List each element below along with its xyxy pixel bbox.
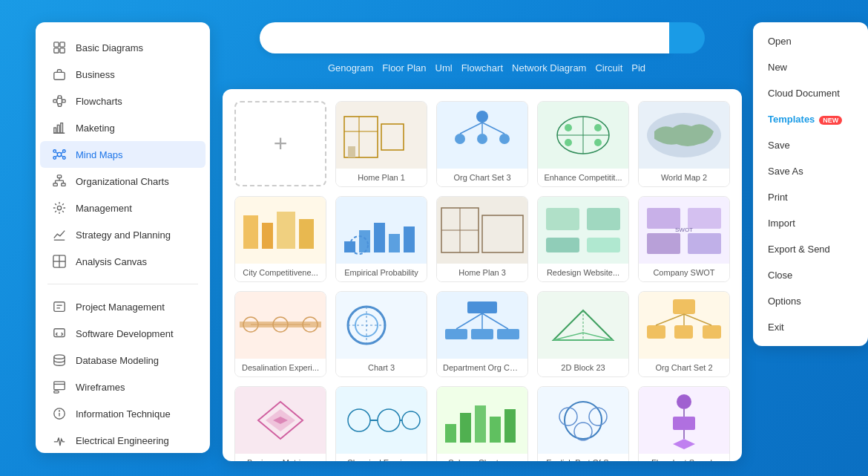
svg-rect-7 (58, 104, 62, 107)
trending-tag-circuit[interactable]: Circuit (595, 62, 622, 74)
template-card-empirical[interactable]: Empirical Probability (335, 196, 427, 282)
template-card-world-map-2[interactable]: World Map 2 (638, 101, 730, 187)
template-card-dept-org-chart[interactable]: Department Org Chart (436, 291, 528, 377)
template-card-flowchart-sample[interactable]: Flowchart Sample (638, 386, 730, 461)
new-badge: NEW (819, 116, 842, 125)
right-panel-export-send[interactable]: Export & Send (753, 236, 868, 262)
sidebar-item-maketing[interactable]: Maketing (40, 114, 206, 141)
template-card-column-chart[interactable]: Column Chart an... (436, 386, 528, 461)
svg-rect-45 (54, 391, 59, 393)
sidebar-item-electrical[interactable]: Electrical Engineering (40, 427, 206, 453)
svg-point-67 (477, 134, 487, 144)
svg-point-77 (594, 124, 602, 131)
sidebar-item-business[interactable]: Business (40, 61, 206, 88)
template-card-home-plan-3[interactable]: Home Plan 3 (436, 196, 528, 282)
template-thumb-enhance-competit (538, 102, 628, 169)
template-thumb-chart-3 (336, 292, 427, 359)
svg-rect-0 (54, 42, 59, 47)
sidebar-item-org-charts[interactable]: Organizational Charts (40, 168, 206, 195)
trending-tag-uml[interactable]: Uml (435, 62, 453, 74)
template-card-english-part[interactable]: English Part Of Sp... (537, 386, 629, 461)
svg-rect-15 (61, 123, 63, 134)
trending-tag-floor-plan[interactable]: Floor Plan (382, 62, 426, 74)
svg-point-21 (63, 157, 66, 160)
electrical-icon (52, 433, 67, 448)
right-panel-open[interactable]: Open (753, 28, 868, 54)
template-label-home-plan-3: Home Plan 3 (437, 264, 527, 281)
right-panel-new[interactable]: New (753, 54, 868, 80)
right-panel-options[interactable]: Options (753, 288, 868, 314)
right-panel-save-as[interactable]: Save As (753, 158, 868, 184)
svg-rect-6 (58, 96, 62, 99)
template-card-desalination[interactable]: Desalination Experi... (234, 291, 326, 377)
trending-tag-pid[interactable]: Pid (631, 62, 645, 74)
template-card-enhance-competit[interactable]: Enhance Competitit... (537, 101, 629, 187)
sidebar-label-flowcharts: Flowcharts (76, 96, 122, 107)
right-panel-cloud-doc[interactable]: Cloud Document (753, 80, 868, 106)
template-thumb-redesign-website (538, 197, 628, 264)
svg-point-78 (565, 139, 572, 146)
template-label-city-competitive: City Competitivene... (235, 264, 326, 281)
svg-rect-137 (674, 325, 693, 339)
sidebar-label-electrical: Electrical Engineering (76, 435, 169, 446)
right-panel-templates[interactable]: TemplatesNEW (753, 106, 868, 132)
sidebar-item-database[interactable]: Database Modeling (40, 347, 206, 374)
sidebar-item-info-tech[interactable]: Information Technique (40, 400, 206, 427)
right-panel-exit[interactable]: Exit (753, 314, 868, 340)
template-card-city-competitive[interactable]: City Competitivene... (234, 196, 326, 282)
sidebar-label-info-tech: Information Technique (76, 408, 171, 420)
search-input[interactable] (260, 22, 669, 53)
sidebar-item-project-mgmt[interactable]: Project Management (40, 293, 206, 320)
sidebar-item-software-dev[interactable]: Software Development (40, 320, 206, 347)
trending-tag-genogram[interactable]: Genogram (328, 62, 373, 74)
search-button[interactable] (669, 22, 705, 53)
template-thumb-2d-block-23 (538, 292, 628, 359)
template-label-desalination: Desalination Experi... (235, 359, 326, 376)
svg-line-12 (62, 101, 62, 105)
sidebar-item-wireframes[interactable]: Wireframes (40, 374, 206, 400)
svg-point-17 (57, 152, 61, 156)
template-card-company-swot[interactable]: SWOTCompany SWOT (638, 196, 730, 282)
add-new-card[interactable]: + (234, 101, 326, 186)
sidebar-label-org-charts: Organizational Charts (76, 176, 169, 187)
sidebar-top-section: Basic Diagrams Business Flowcharts Maket… (36, 31, 210, 278)
right-panel-print[interactable]: Print (753, 184, 868, 210)
template-thumb-city-competitive (235, 197, 326, 264)
svg-point-19 (63, 150, 66, 153)
trending-tag-network-diagram[interactable]: Network Diagram (512, 62, 586, 74)
svg-rect-106 (688, 208, 721, 229)
sidebar-item-management[interactable]: Management (40, 195, 206, 221)
template-thumb-flowchart-sample (639, 387, 729, 454)
right-panel-import[interactable]: Import (753, 210, 868, 236)
template-card-chemical-exp[interactable]: Chemical Exprim... (335, 386, 427, 461)
trending-tag-flowchart[interactable]: Flowchart (461, 62, 503, 74)
template-card-home-plan-1[interactable]: Home Plan 1 (335, 101, 427, 187)
svg-rect-83 (243, 215, 258, 249)
org-icon (52, 174, 67, 189)
template-card-org-chart-set-2[interactable]: Org Chart Set 2 (638, 291, 730, 377)
svg-rect-124 (445, 329, 467, 339)
template-card-org-chart-set-3[interactable]: Org Chart Set 3 (436, 101, 528, 187)
svg-point-164 (677, 394, 691, 409)
template-card-chart-3[interactable]: Chart 3 (335, 291, 427, 377)
svg-rect-8 (62, 100, 66, 102)
svg-rect-26 (57, 175, 61, 178)
right-panel-save[interactable]: Save (753, 132, 868, 158)
template-label-home-plan-1: Home Plan 1 (336, 169, 427, 186)
sidebar-item-flowcharts[interactable]: Flowcharts (40, 88, 206, 114)
sidebar-item-basic-diagrams[interactable]: Basic Diagrams (40, 34, 206, 61)
template-card-2d-block-23[interactable]: 2D Block 23 (537, 291, 629, 377)
right-panel-close[interactable]: Close (753, 262, 868, 288)
templates-area[interactable]: +Home Plan 1Org Chart Set 3Enhance Compe… (223, 89, 742, 461)
svg-rect-43 (54, 382, 65, 390)
sidebar-label-management: Management (76, 203, 132, 214)
svg-rect-158 (539, 391, 628, 450)
sidebar-item-strategy[interactable]: Strategy and Planning (40, 221, 206, 248)
template-thumb-desalination (235, 292, 326, 359)
svg-rect-38 (54, 302, 65, 312)
template-card-redesign-website[interactable]: Redesign Website... (537, 196, 629, 282)
template-card-biz-matrix[interactable]: Business Matrix ... (234, 386, 326, 461)
sidebar-item-analysis[interactable]: Analysis Canvas (40, 248, 206, 275)
sidebar-item-mind-maps[interactable]: Mind Maps (40, 141, 206, 168)
template-label-column-chart: Column Chart an... (437, 454, 527, 461)
